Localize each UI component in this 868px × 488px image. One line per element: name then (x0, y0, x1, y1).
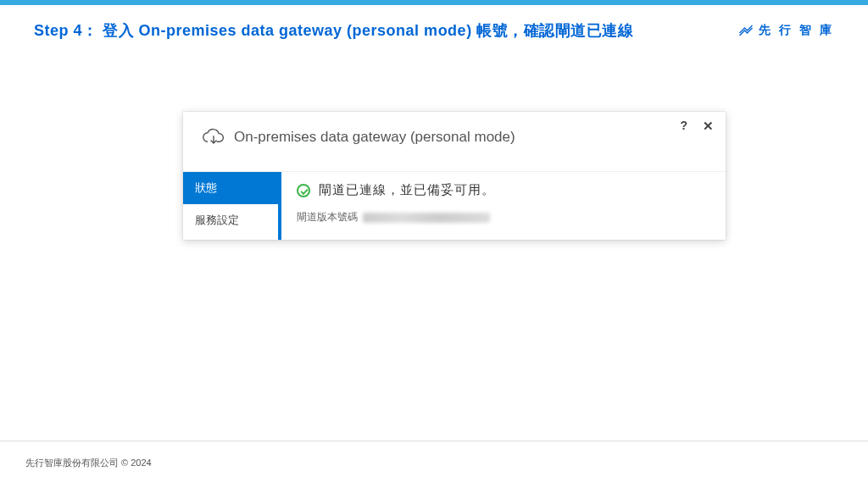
window-header: On-premises data gateway (personal mode) (183, 112, 726, 171)
sidebar: 狀態 服務設定 (183, 172, 278, 240)
cloud-download-icon (202, 127, 225, 147)
version-line: 閘道版本號碼 (297, 210, 710, 225)
version-label: 閘道版本號碼 (297, 210, 358, 225)
brand-logo: 先 行 智 庫 (738, 23, 834, 38)
page-header: Step 4： 登入 On-premises data gateway (per… (0, 5, 868, 41)
window-body: 狀態 服務設定 閘道已連線，並已備妥可用。 閘道版本號碼 (183, 171, 726, 240)
content-panel: 閘道已連線，並已備妥可用。 閘道版本號碼 (278, 172, 726, 240)
help-button[interactable]: ? (680, 119, 687, 134)
gateway-window: ? ✕ On-premises data gateway (personal m… (183, 112, 726, 240)
brand-text: 先 行 智 庫 (759, 23, 834, 38)
status-line: 閘道已連線，並已備妥可用。 (297, 182, 710, 198)
sidebar-item-service-settings[interactable]: 服務設定 (183, 204, 278, 236)
page-title: Step 4： 登入 On-premises data gateway (per… (34, 20, 633, 41)
window-title: On-premises data gateway (personal mode) (234, 129, 515, 146)
version-blurred-value (363, 213, 490, 223)
window-controls: ? ✕ (680, 119, 714, 134)
status-text: 閘道已連線，並已備妥可用。 (319, 182, 495, 198)
brand-icon (738, 25, 754, 36)
copyright-text: 先行智庫股份有限公司 © 2024 (25, 457, 843, 469)
close-button[interactable]: ✕ (703, 119, 714, 134)
check-icon (297, 184, 310, 197)
sidebar-item-status[interactable]: 狀態 (183, 172, 278, 204)
footer: 先行智庫股份有限公司 © 2024 (0, 441, 868, 469)
